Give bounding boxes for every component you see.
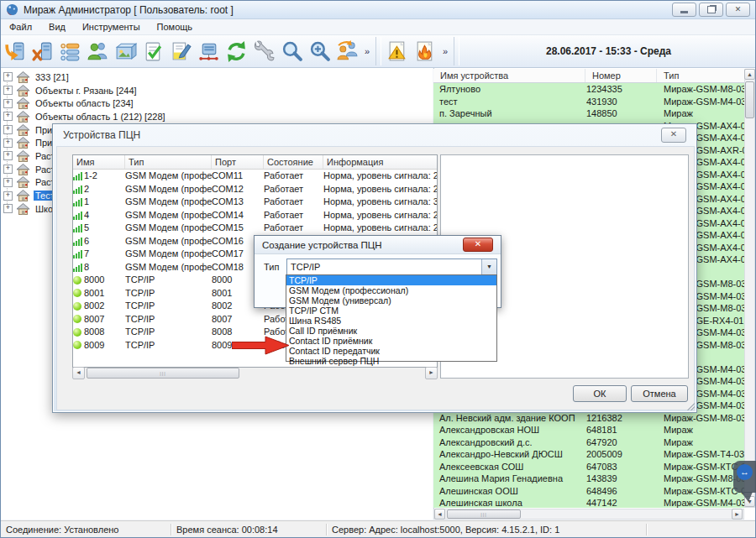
chevron-down-icon[interactable]: ▼ <box>481 259 496 274</box>
dropdown-option[interactable]: TCP/IP СТМ <box>286 306 496 316</box>
tree-expand-icon[interactable]: + <box>3 112 13 121</box>
dropdown-option[interactable]: GSM Модем (универсал) <box>286 295 496 306</box>
dialog-close-icon[interactable]: ✕ <box>661 128 686 143</box>
toolbar-overflow-chevron[interactable]: » <box>361 46 373 56</box>
pcn-device-row[interactable]: 1-2 GSM Модем (профе... COM11 Работает Н… <box>73 170 437 183</box>
search-icon[interactable] <box>278 38 306 65</box>
menu-item[interactable]: Файл <box>1 20 40 34</box>
device-row[interactable]: Александро-Невский ДЮСШ 2005009 Мираж-GS… <box>433 448 744 461</box>
column-header-info[interactable]: Информация <box>323 155 437 169</box>
ok-button[interactable]: ОК <box>573 385 627 402</box>
dropdown-option[interactable]: Call ID приёмник <box>286 326 496 336</box>
device-type-combobox[interactable]: TCP/IP ▼ <box>286 259 497 275</box>
device-row[interactable]: Алексеевская СОШ 647083 Мираж-GSM-КТС-0 <box>433 461 744 473</box>
dropdown-option[interactable]: GSM Модем (профессионал) <box>286 285 496 295</box>
horizontal-scroll-thumb[interactable]: ||| <box>447 509 521 519</box>
dialog-close-icon[interactable]: ✕ <box>463 238 493 252</box>
dropdown-option[interactable]: TCP/IP <box>286 275 496 285</box>
close-button[interactable]: ✕ <box>726 3 750 17</box>
scroll-left-button[interactable]: ◄ <box>72 367 85 379</box>
dialog-title-bar[interactable]: Создание устройства ПЦН ✕ <box>255 236 501 254</box>
menu-item[interactable]: Инструменты <box>74 20 149 34</box>
event-toolbar-overflow-chevron[interactable]: » <box>439 46 451 56</box>
disconnect-server-icon[interactable] <box>29 38 56 65</box>
device-row[interactable]: Александровский д.с. 647920 Мираж <box>433 436 744 449</box>
pcn-device-row[interactable]: 4 GSM Модем (профе... COM14 Работает Нор… <box>73 209 437 222</box>
tree-expand-icon[interactable]: + <box>3 165 13 174</box>
minimize-button[interactable] <box>672 3 696 17</box>
tree-expand-icon[interactable]: + <box>3 191 13 201</box>
tree-expand-icon[interactable]: + <box>3 72 13 81</box>
column-header-port[interactable]: Порт <box>212 155 264 169</box>
tree-item[interactable]: + 333 [21] <box>1 71 433 84</box>
column-header-number[interactable]: Номер <box>585 69 657 82</box>
tree-expand-icon[interactable]: + <box>3 125 13 134</box>
tree-expand-icon[interactable]: + <box>3 138 13 148</box>
tree-item[interactable]: + Объекты область [234] <box>1 97 433 110</box>
tree-item-label: Объекты область [234] <box>34 98 135 108</box>
remote-support-tab[interactable]: ↔ <box>733 461 756 503</box>
tree-item[interactable]: + Объекты г. Рязань [244] <box>1 84 433 97</box>
dropdown-option[interactable]: Шина RS485 <box>286 316 496 326</box>
menu-item[interactable]: Помощь <box>149 20 202 34</box>
tree-expand-icon[interactable]: + <box>3 86 13 95</box>
object-card-icon[interactable] <box>112 38 139 65</box>
column-header-type[interactable]: Тип <box>125 155 212 169</box>
device-type: Мираж-GSM-M8-03 <box>658 83 744 96</box>
warning-document-icon[interactable] <box>384 38 412 65</box>
dropdown-option[interactable]: Contact ID передатчик <box>286 346 496 356</box>
pcn-table-hscrollbar[interactable]: ◄ ||| ► <box>72 368 438 379</box>
device-row[interactable]: Ялтуново 1234335 Мираж-GSM-M8-03 <box>433 83 744 96</box>
device-row[interactable]: Алешинская ООШ 648496 Мираж-GSM-КТС-0 <box>433 485 744 498</box>
column-header-name[interactable]: Имя устройства <box>433 69 585 82</box>
pcn-device-info: Норма, уровень сигнала: 28 <box>323 222 437 235</box>
network-db-icon[interactable] <box>195 38 223 65</box>
cancel-button[interactable]: Отмена <box>631 385 688 402</box>
wrench-icon[interactable] <box>250 38 278 65</box>
column-header-state[interactable]: Состояние <box>264 155 323 169</box>
edit-log-icon[interactable] <box>167 38 195 65</box>
device-row[interactable]: Алешинская школа 447142 Мираж-GSM-M4-03 <box>433 497 744 508</box>
device-row[interactable]: тест 431930 Мираж-GSM-M4-03 <box>433 96 744 108</box>
object-group-icon <box>16 85 30 97</box>
tree-item[interactable]: + Объекты область 1 (212) [228] <box>1 110 433 123</box>
connect-server-icon[interactable] <box>1 38 29 65</box>
device-row[interactable]: Александровская НОШ 648181 Мираж <box>433 424 744 436</box>
column-header-name[interactable]: Имя <box>73 155 125 169</box>
scroll-up-button[interactable]: ▲ <box>744 69 755 80</box>
tree-expand-icon[interactable]: + <box>3 99 13 108</box>
search-plus-icon[interactable] <box>306 38 333 65</box>
tree-expand-icon[interactable]: + <box>3 178 13 187</box>
users-exchange-icon[interactable] <box>333 38 361 65</box>
column-header-type[interactable]: Тип <box>657 69 744 82</box>
tree-expand-icon[interactable]: + <box>3 204 13 213</box>
resize-grip[interactable] <box>686 402 695 410</box>
fire-document-icon[interactable] <box>412 38 439 65</box>
window-title: Мираж Администратор [ Пользователь: root… <box>24 4 234 16</box>
scroll-right-button[interactable]: ► <box>732 509 743 520</box>
dropdown-option[interactable]: Contact ID приёмник <box>286 336 496 346</box>
group-list-icon[interactable] <box>56 38 84 65</box>
tree-expand-icon[interactable]: + <box>3 151 13 160</box>
menu-item[interactable]: Вид <box>40 20 74 34</box>
device-number: 2005009 <box>586 448 658 461</box>
vertical-scrollbar[interactable] <box>744 69 755 508</box>
scroll-right-button[interactable]: ► <box>425 367 438 379</box>
pcn-device-row[interactable]: 1 GSM Модем (профе... COM13 Работает Нор… <box>73 196 437 209</box>
pcn-device-name: 4 <box>84 209 89 222</box>
pcn-device-row[interactable]: 5 GSM Модем (профе... COM15 Работает Нор… <box>73 222 437 235</box>
vertical-scroll-thumb[interactable] <box>745 81 754 118</box>
dialog-title-bar[interactable]: Устройства ПЦН ✕ <box>53 124 696 146</box>
task-check-icon[interactable] <box>139 38 167 65</box>
scroll-left-button[interactable]: ◄ <box>434 509 445 520</box>
dropdown-option[interactable]: Внешний сервер ПЦН <box>286 356 496 366</box>
users-icon[interactable] <box>84 38 112 65</box>
refresh-icon[interactable] <box>223 38 250 65</box>
device-row[interactable]: Алешина Мария Генадиевна 143839 Мираж-GS… <box>433 473 744 485</box>
horizontal-scroll-thumb[interactable]: ||| <box>87 368 239 379</box>
device-row[interactable]: Ал. Невский адм. здание КООП 1216382 Мир… <box>433 412 744 425</box>
device-number: 648496 <box>586 485 658 498</box>
device-row[interactable]: п. Заречный 148850 Мираж <box>433 107 744 120</box>
restore-button[interactable] <box>699 3 723 17</box>
pcn-device-row[interactable]: 2 GSM Модем (профе... COM12 Работает Нор… <box>73 183 437 196</box>
